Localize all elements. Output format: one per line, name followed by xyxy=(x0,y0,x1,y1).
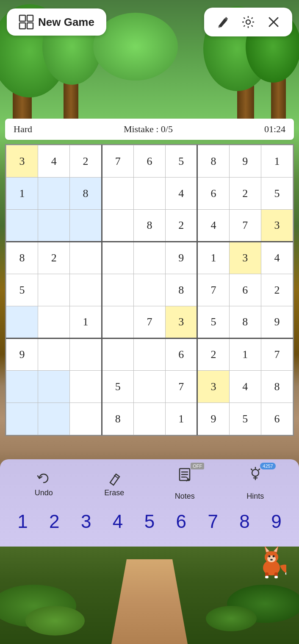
grid-cell[interactable]: 9 xyxy=(166,242,197,274)
grid-cell[interactable]: 1 xyxy=(229,339,261,371)
num-button-4[interactable]: 4 xyxy=(105,511,130,532)
grid-cell[interactable]: 6 xyxy=(261,403,293,435)
new-game-button[interactable]: New Game xyxy=(7,8,106,36)
num-button-9[interactable]: 9 xyxy=(263,511,289,532)
grid-cell[interactable] xyxy=(6,306,38,339)
grid-cell[interactable] xyxy=(38,403,70,435)
grid-cell[interactable] xyxy=(6,403,38,435)
grid-cell[interactable]: 9 xyxy=(229,145,261,178)
grid-cell[interactable] xyxy=(102,274,133,306)
grid-cell[interactable]: 2 xyxy=(166,210,197,242)
grid-cell[interactable] xyxy=(38,306,70,339)
grid-cell[interactable]: 7 xyxy=(229,210,261,242)
grid-cell[interactable]: 7 xyxy=(166,371,197,403)
grid-cell[interactable]: 1 xyxy=(6,178,38,210)
grid-cell[interactable]: 9 xyxy=(261,306,293,339)
grid-cell[interactable] xyxy=(38,339,70,371)
grid-cell[interactable]: 6 xyxy=(166,339,197,371)
grid-cell[interactable]: 5 xyxy=(229,403,261,435)
grid-cell[interactable] xyxy=(102,306,133,339)
grid-cell[interactable] xyxy=(6,210,38,242)
grid-cell[interactable]: 5 xyxy=(261,178,293,210)
grid-cell[interactable] xyxy=(133,274,165,306)
grid-cell[interactable]: 5 xyxy=(166,145,197,178)
grid-cell[interactable] xyxy=(133,242,165,274)
brush-button[interactable] xyxy=(211,12,235,32)
grid-cell[interactable] xyxy=(70,242,102,274)
num-button-7[interactable]: 7 xyxy=(200,511,226,532)
erase-button[interactable]: Erase xyxy=(97,471,131,497)
grid-cell[interactable] xyxy=(70,403,102,435)
grid-cell[interactable] xyxy=(70,210,102,242)
grid-cell[interactable] xyxy=(70,274,102,306)
grid-cell[interactable]: 9 xyxy=(6,339,38,371)
undo-button[interactable]: Undo xyxy=(27,471,61,497)
grid-cell[interactable]: 3 xyxy=(229,242,261,274)
grid-cell[interactable]: 3 xyxy=(166,306,197,339)
close-icon xyxy=(267,15,280,29)
grid-cell[interactable]: 8 xyxy=(261,371,293,403)
grid-cell[interactable]: 5 xyxy=(6,274,38,306)
grid-cell[interactable]: 4 xyxy=(166,178,197,210)
grid-cell[interactable]: 1 xyxy=(197,242,229,274)
grid-cell[interactable]: 2 xyxy=(38,242,70,274)
grid-cell[interactable]: 8 xyxy=(133,210,165,242)
grid-cell[interactable] xyxy=(133,178,165,210)
grid-cell[interactable] xyxy=(102,339,133,371)
svg-line-19 xyxy=(251,469,252,470)
grid-cell[interactable]: 6 xyxy=(133,145,165,178)
grid-cell[interactable]: 8 xyxy=(197,145,229,178)
grid-cell[interactable]: 7 xyxy=(261,339,293,371)
grid-cell[interactable]: 2 xyxy=(261,274,293,306)
grid-cell[interactable] xyxy=(102,210,133,242)
grid-cell[interactable]: 4 xyxy=(261,242,293,274)
num-button-1[interactable]: 1 xyxy=(10,511,35,532)
num-button-8[interactable]: 8 xyxy=(232,511,257,532)
grid-cell[interactable]: 8 xyxy=(6,242,38,274)
grid-cell[interactable]: 4 xyxy=(197,210,229,242)
grid-cell[interactable]: 5 xyxy=(197,306,229,339)
grid-cell[interactable] xyxy=(38,371,70,403)
grid-cell[interactable]: 5 xyxy=(102,371,133,403)
num-button-3[interactable]: 3 xyxy=(73,511,99,532)
grid-cell[interactable]: 4 xyxy=(229,371,261,403)
num-button-2[interactable]: 2 xyxy=(42,511,67,532)
grid-cell[interactable] xyxy=(6,371,38,403)
grid-cell[interactable]: 8 xyxy=(166,274,197,306)
grid-cell[interactable]: 2 xyxy=(229,178,261,210)
grid-cell[interactable]: 1 xyxy=(166,403,197,435)
grid-cell[interactable]: 3 xyxy=(197,371,229,403)
grid-cell[interactable]: 1 xyxy=(70,306,102,339)
grid-cell[interactable]: 3 xyxy=(261,210,293,242)
grid-cell[interactable] xyxy=(133,339,165,371)
notes-button[interactable]: OFF Notes xyxy=(168,467,202,501)
grid-cell[interactable]: 8 xyxy=(229,306,261,339)
grid-cell[interactable]: 2 xyxy=(70,145,102,178)
hints-button[interactable]: 4257 Hints xyxy=(238,467,272,501)
grid-cell[interactable] xyxy=(102,242,133,274)
grid-cell[interactable]: 8 xyxy=(70,178,102,210)
grid-cell[interactable] xyxy=(102,178,133,210)
grid-cell[interactable]: 3 xyxy=(6,145,38,178)
grid-cell[interactable] xyxy=(38,274,70,306)
close-button[interactable] xyxy=(262,12,285,32)
settings-button[interactable] xyxy=(236,12,260,32)
grid-cell[interactable]: 6 xyxy=(229,274,261,306)
grid-cell[interactable] xyxy=(70,339,102,371)
num-button-6[interactable]: 6 xyxy=(169,511,194,532)
grid-cell[interactable] xyxy=(70,371,102,403)
grid-cell[interactable] xyxy=(38,210,70,242)
grid-cell[interactable] xyxy=(133,403,165,435)
grid-cell[interactable]: 2 xyxy=(197,339,229,371)
grid-cell[interactable] xyxy=(38,178,70,210)
grid-cell[interactable]: 4 xyxy=(38,145,70,178)
grid-cell[interactable]: 7 xyxy=(133,306,165,339)
grid-cell[interactable]: 9 xyxy=(197,403,229,435)
grid-cell[interactable]: 7 xyxy=(102,145,133,178)
grid-cell[interactable]: 1 xyxy=(261,145,293,178)
grid-cell[interactable]: 7 xyxy=(197,274,229,306)
grid-cell[interactable] xyxy=(133,371,165,403)
grid-cell[interactable]: 6 xyxy=(197,178,229,210)
grid-cell[interactable]: 8 xyxy=(102,403,133,435)
num-button-5[interactable]: 5 xyxy=(137,511,162,532)
